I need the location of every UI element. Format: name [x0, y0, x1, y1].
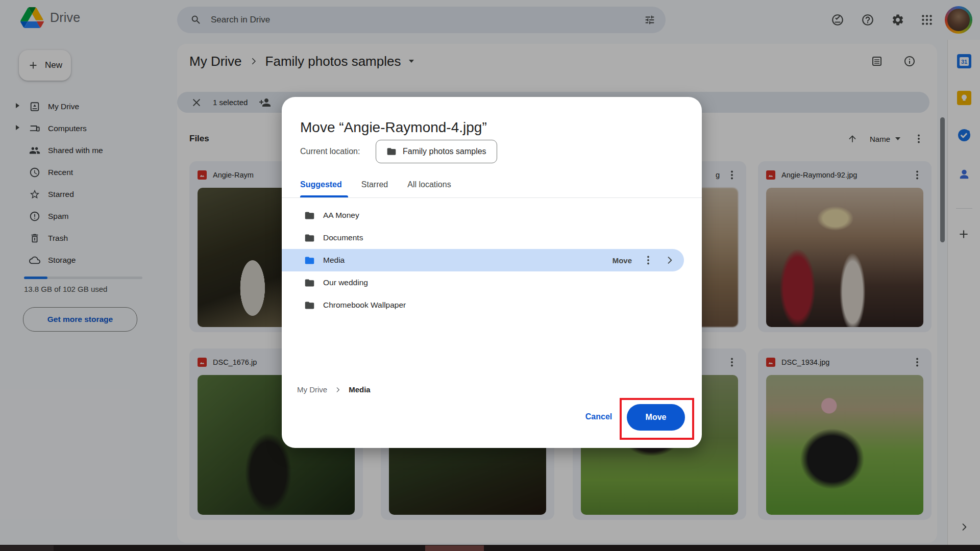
chevron-right-icon — [334, 386, 341, 393]
folder-icon — [304, 210, 315, 221]
path-root[interactable]: My Drive — [297, 385, 327, 394]
tab-starred[interactable]: Starred — [361, 180, 388, 189]
destination-path: My Drive Media — [297, 385, 371, 394]
tabs-divider — [282, 197, 702, 198]
current-location-label: Current location: — [300, 147, 360, 156]
tab-suggested[interactable]: Suggested — [300, 180, 342, 189]
cancel-button[interactable]: Cancel — [583, 405, 615, 429]
dialog-tabs: Suggested Starred All locations — [300, 172, 451, 197]
folder-icon — [386, 146, 397, 157]
folder-list: AA Money Documents Media Move Our weddin… — [282, 204, 702, 316]
folder-icon — [304, 300, 315, 311]
folder-name: Chromebook Wallpaper — [323, 300, 406, 310]
move-dialog: Move “Angie-Raymond-4.jpg” Current locat… — [282, 97, 702, 448]
current-location-chip[interactable]: Family photos samples — [376, 140, 497, 163]
folder-name: AA Money — [323, 211, 359, 220]
folder-name: Media — [323, 256, 345, 265]
folder-icon — [304, 278, 315, 288]
more-options-icon[interactable] — [642, 254, 654, 266]
dialog-title: Move “Angie-Raymond-4.jpg” — [300, 119, 487, 136]
folder-row-aa-money[interactable]: AA Money — [282, 204, 702, 227]
move-button[interactable]: Move — [627, 404, 685, 431]
tab-all-locations[interactable]: All locations — [407, 180, 451, 189]
folder-row-media[interactable]: Media Move — [282, 249, 684, 271]
folder-name: Our wedding — [323, 278, 368, 287]
open-folder-chevron-icon[interactable] — [665, 255, 675, 265]
folder-icon — [304, 233, 315, 243]
current-location-name: Family photos samples — [403, 147, 486, 156]
row-move-action[interactable]: Move — [612, 256, 632, 265]
folder-icon — [304, 255, 315, 266]
folder-row-documents[interactable]: Documents — [282, 227, 702, 249]
folder-row-chromebook-wallpaper[interactable]: Chromebook Wallpaper — [282, 294, 702, 316]
folder-name: Documents — [323, 233, 363, 242]
folder-row-our-wedding[interactable]: Our wedding — [282, 271, 702, 294]
path-current: Media — [349, 385, 371, 394]
